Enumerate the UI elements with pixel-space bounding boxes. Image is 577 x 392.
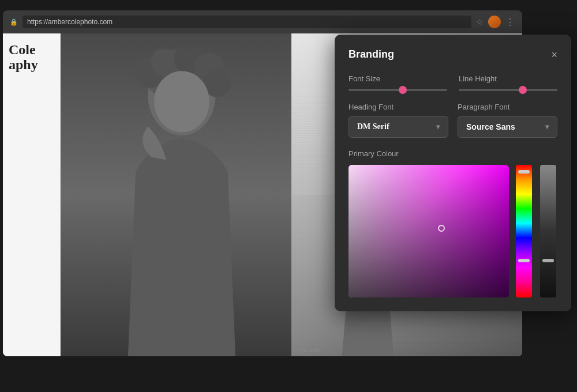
font-size-group: Font Size <box>349 74 447 91</box>
hue-slider[interactable] <box>516 165 532 297</box>
line-height-label: Line Height <box>459 74 557 83</box>
browser-menu-icon[interactable]: ⋮ <box>505 17 515 28</box>
font-size-slider[interactable] <box>349 89 447 91</box>
line-height-thumb[interactable] <box>519 86 527 94</box>
alpha-slider[interactable] <box>540 165 556 297</box>
panel-title: Branding <box>349 48 394 61</box>
colour-picker-area <box>349 165 557 297</box>
user-avatar[interactable] <box>488 16 501 28</box>
photo-man-large <box>61 33 291 356</box>
heading-font-label: Heading Font <box>349 103 448 111</box>
primary-colour-section: Primary Colour <box>349 149 557 297</box>
heading-font-select[interactable]: DM Serif ▾ <box>349 116 448 138</box>
paragraph-font-select[interactable]: Source Sans ▾ <box>458 116 557 138</box>
font-size-thumb[interactable] <box>399 86 407 94</box>
heading-font-value: DM Serif <box>357 122 389 131</box>
browser-actions: ☆ ⋮ <box>476 16 515 28</box>
paragraph-font-label: Paragraph Font <box>458 103 557 111</box>
hue-thumb-top[interactable] <box>518 170 530 174</box>
man-large-silhouette <box>95 50 268 356</box>
line-height-group: Line Height <box>459 74 557 91</box>
browser-bar: 🔒 ☆ ⋮ <box>3 10 522 33</box>
paragraph-font-group: Paragraph Font Source Sans ▾ <box>458 103 557 138</box>
website-sidebar: Cole aphy <box>3 33 61 356</box>
close-button[interactable]: × <box>551 50 557 60</box>
alpha-slider-container <box>539 165 557 297</box>
hue-thumb-bottom[interactable] <box>518 259 530 262</box>
colour-cursor[interactable] <box>438 225 445 232</box>
site-title: Cole aphy <box>9 42 54 73</box>
paragraph-font-value: Source Sans <box>466 122 515 131</box>
panel-header: Branding × <box>349 48 557 61</box>
fonts-section: Heading Font DM Serif ▾ Paragraph Font S… <box>349 103 557 138</box>
star-icon[interactable]: ☆ <box>476 17 484 27</box>
primary-colour-label: Primary Colour <box>349 149 557 158</box>
paragraph-font-arrow: ▾ <box>545 123 549 131</box>
hue-slider-container <box>515 165 533 297</box>
svg-point-11 <box>154 71 209 132</box>
branding-panel: Branding × Font Size Line Height Heading… <box>335 35 571 311</box>
heading-font-arrow: ▾ <box>436 123 440 131</box>
lock-icon: 🔒 <box>10 18 18 26</box>
font-size-label: Font Size <box>349 74 447 83</box>
line-height-slider[interactable] <box>459 89 557 91</box>
sliders-section: Font Size Line Height <box>349 74 557 91</box>
alpha-thumb[interactable] <box>542 259 554 262</box>
url-bar[interactable] <box>23 16 471 28</box>
heading-font-group: Heading Font DM Serif ▾ <box>349 103 448 138</box>
colour-gradient-box[interactable] <box>349 165 509 297</box>
